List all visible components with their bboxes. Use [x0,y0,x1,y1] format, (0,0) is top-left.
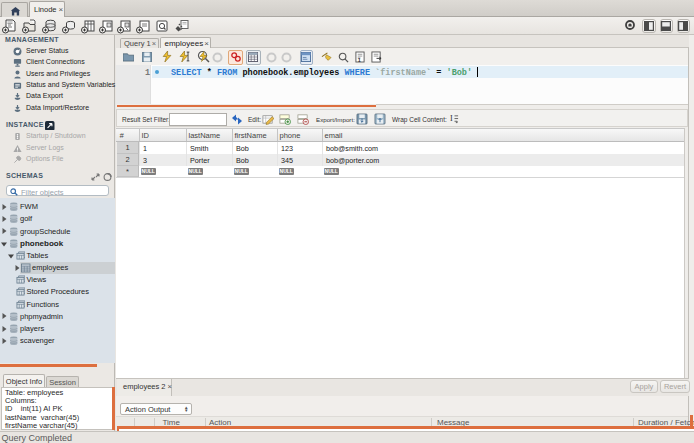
svg-text:I: I [450,114,453,123]
svg-text:1: 1 [358,56,361,62]
